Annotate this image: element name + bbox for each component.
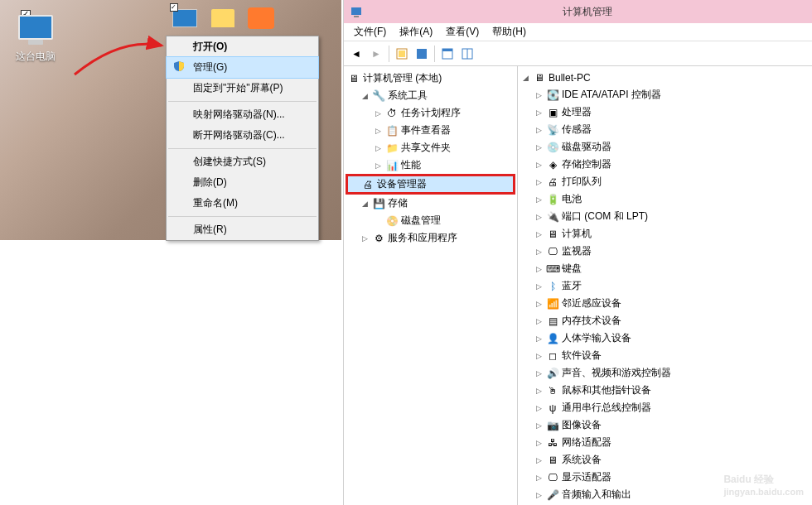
keyboard-icon: ⌨	[546, 262, 559, 276]
cm-pin[interactable]: 固定到"开始"屏幕(P)	[167, 78, 318, 99]
menu-action[interactable]: 操作(A)	[393, 23, 439, 41]
expand-icon[interactable]: ▷	[534, 212, 544, 221]
expand-icon[interactable]: ▷	[534, 490, 544, 499]
dev-display[interactable]: ▷🖵显示适配器	[533, 469, 810, 485]
dev-sensor[interactable]: ▷📡传感器	[533, 122, 810, 137]
expand-icon[interactable]: ▷	[360, 233, 370, 243]
toolbar: ◄ ►	[344, 41, 812, 66]
expand-icon[interactable]: ▷	[374, 161, 383, 170]
tree-perf[interactable]: ▷📊性能	[372, 157, 515, 173]
expand-icon[interactable]: ▷	[534, 90, 544, 99]
dev-proximity[interactable]: ▷📶邻近感应设备	[533, 296, 810, 311]
toolbar-btn-2[interactable]	[413, 45, 431, 63]
expand-icon[interactable]: ▷	[534, 247, 544, 256]
expand-icon[interactable]: ▷	[534, 108, 544, 117]
collapse-icon[interactable]: ◢	[360, 91, 370, 100]
expand-icon[interactable]: ▷	[534, 299, 544, 308]
menu-file[interactable]: 文件(F)	[347, 23, 393, 41]
this-pc-icon-wrapper[interactable]: 这台电脑	[12, 15, 59, 64]
taskbar-explorer-icon[interactable]	[204, 2, 242, 34]
expand-icon[interactable]: ▷	[374, 143, 383, 152]
cm-manage[interactable]: 管理(G)	[166, 56, 319, 79]
dev-battery[interactable]: ▷🔋电池	[533, 191, 810, 207]
back-button[interactable]: ◄	[347, 45, 365, 63]
expand-icon[interactable]: ▷	[534, 281, 544, 291]
dev-mouse[interactable]: ▷🖱鼠标和其他指针设备	[533, 382, 810, 398]
dev-usb[interactable]: ▷ψ通用串行总线控制器	[533, 400, 810, 416]
expand-icon[interactable]: ▷	[534, 421, 544, 430]
tree-event-viewer[interactable]: ▷📋事件查看器	[372, 123, 515, 138]
cm-map[interactable]: 映射网络驱动器(N)...	[167, 104, 318, 125]
expand-icon[interactable]: ▷	[534, 160, 544, 169]
expand-icon[interactable]: ▷	[374, 126, 383, 135]
expand-icon[interactable]: ▷	[534, 142, 544, 152]
expand-icon[interactable]: ▷	[534, 334, 544, 343]
cm-delete[interactable]: 删除(D)	[167, 172, 318, 193]
cm-shortcut[interactable]: 创建快捷方式(S)	[167, 152, 318, 172]
dev-monitor[interactable]: ▷🖵监视器	[533, 243, 810, 259]
dev-system[interactable]: ▷🖥系统设备	[533, 452, 810, 468]
dev-disk[interactable]: ▷💿磁盘驱动器	[533, 139, 810, 155]
expand-icon[interactable]: ▷	[534, 229, 544, 238]
dev-cpu[interactable]: ▷▣处理器	[533, 104, 810, 120]
expand-icon[interactable]: ▷	[534, 351, 544, 360]
dev-network[interactable]: ▷🖧网络适配器	[533, 435, 810, 450]
expand-icon[interactable]: ▷	[534, 368, 544, 378]
tree-disk-mgmt[interactable]: 📀磁盘管理	[372, 213, 515, 228]
collapse-icon[interactable]: ◢	[521, 74, 530, 83]
dev-imaging[interactable]: ▷📷图像设备	[533, 417, 810, 433]
dev-software[interactable]: ▷◻软件设备	[533, 348, 810, 363]
cm-unmap[interactable]: 断开网络驱动器(C)...	[167, 125, 318, 146]
toolbar-btn-1[interactable]	[393, 45, 411, 63]
expand-icon[interactable]: ▷	[534, 125, 544, 134]
tree-root[interactable]: 🖥计算机管理 (本地)	[346, 70, 515, 86]
window-title: 计算机管理	[369, 5, 805, 19]
dev-computer[interactable]: ▷🖥计算机	[533, 226, 810, 242]
expand-icon[interactable]: ▷	[534, 264, 544, 273]
dev-hid[interactable]: ▷👤人体学输入设备	[533, 330, 810, 346]
dev-keyboard[interactable]: ▷⌨键盘	[533, 261, 810, 277]
expand-icon[interactable]: ▷	[534, 438, 544, 447]
toolbar-separator	[434, 46, 435, 62]
right-tree-panel[interactable]: ◢🖥Bullet-PC ▷💽IDE ATA/ATAPI 控制器 ▷▣处理器 ▷📡…	[518, 66, 812, 505]
cm-rename[interactable]: 重命名(M)	[167, 193, 318, 214]
cm-props[interactable]: 属性(R)	[167, 219, 318, 240]
tools-icon: 🔧	[372, 89, 385, 103]
dev-ide[interactable]: ▷💽IDE ATA/ATAPI 控制器	[533, 87, 810, 103]
svg-rect-1	[354, 16, 359, 17]
expand-icon[interactable]: ▷	[534, 403, 544, 412]
tree-sys-tools[interactable]: ◢🔧系统工具	[359, 88, 515, 103]
toolbar-btn-4[interactable]	[458, 45, 476, 63]
expand-icon[interactable]: ▷	[534, 386, 544, 395]
toolbar-btn-3[interactable]	[438, 45, 457, 63]
dev-sound[interactable]: ▷🔊声音、视频和游戏控制器	[533, 365, 810, 381]
menu-help[interactable]: 帮助(H)	[486, 23, 533, 41]
taskbar-wifi-icon[interactable]	[242, 2, 280, 34]
forward-button[interactable]: ►	[367, 45, 385, 63]
dev-bluetooth[interactable]: ▷ᛒ蓝牙	[533, 278, 810, 294]
tree-task-sched[interactable]: ▷⏱任务计划程序	[372, 105, 515, 121]
device-root[interactable]: ◢🖥Bullet-PC	[520, 70, 810, 85]
expand-icon[interactable]: ▷	[534, 195, 544, 204]
expand-icon[interactable]: ▷	[534, 473, 544, 482]
dev-ports[interactable]: ▷🔌端口 (COM 和 LPT)	[533, 209, 810, 224]
collapse-icon[interactable]: ◢	[360, 199, 370, 208]
titlebar[interactable]: 计算机管理	[344, 0, 812, 23]
expand-icon[interactable]: ▷	[534, 316, 544, 325]
left-tree-panel[interactable]: 🖥计算机管理 (本地) ◢🔧系统工具 ▷⏱任务计划程序 ▷📋事件查看器 ▷📁共享…	[344, 66, 518, 505]
tree-shared[interactable]: ▷📁共享文件夹	[372, 140, 515, 156]
cm-open[interactable]: 打开(O)	[167, 36, 318, 57]
tree-services[interactable]: ▷⚙服务和应用程序	[359, 230, 515, 246]
dev-storage-ctrl[interactable]: ▷◈存储控制器	[533, 156, 810, 172]
expand-icon[interactable]: ▷	[374, 108, 383, 118]
menu-view[interactable]: 查看(V)	[439, 23, 486, 41]
dev-print[interactable]: ▷🖨打印队列	[533, 174, 810, 190]
dev-audio-io[interactable]: ▷🎤音频输入和输出	[533, 487, 810, 503]
tree-device-manager[interactable]: 🖨设备管理器	[348, 176, 513, 192]
computer-icon: 🖥	[546, 228, 559, 241]
dev-memory[interactable]: ▷▤内存技术设备	[533, 313, 810, 329]
expand-icon[interactable]: ▷	[534, 177, 544, 186]
tree-storage[interactable]: ◢💾存储	[359, 195, 515, 211]
expand-icon[interactable]: ▷	[534, 455, 544, 464]
taskbar-pc-icon[interactable]: ✓	[166, 2, 204, 34]
